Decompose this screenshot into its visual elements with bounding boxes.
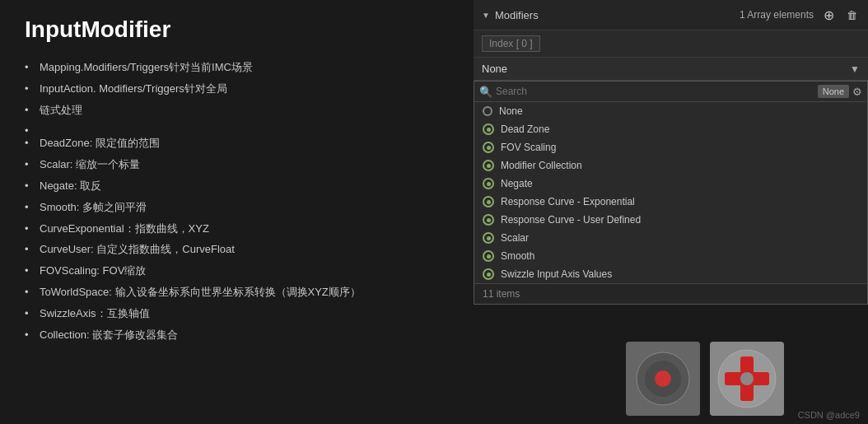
dropdown-item[interactable]: None	[474, 102, 867, 120]
dropdown-item-label: Negate	[501, 178, 533, 189]
dropdown-item-label: Smooth	[501, 250, 534, 262]
dropdown-item-label: None	[499, 105, 523, 117]
dropdown-item[interactable]: Swizzle Input Axis Values	[474, 265, 867, 283]
item-dot-icon	[483, 232, 494, 244]
modifiers-label: Modifiers	[495, 9, 539, 21]
svg-point-3	[655, 370, 671, 387]
dropdown-item-label: Swizzle Input Axis Values	[501, 268, 612, 280]
list-item: Mapping.Modifiers/Triggers针对当前IMC场景	[25, 59, 445, 77]
bottom-images	[626, 342, 784, 416]
item-dot-icon	[483, 123, 494, 135]
items-count-label: 11 items	[474, 283, 867, 304]
analog-stick-right	[710, 342, 784, 416]
spacer	[25, 123, 445, 131]
list-item: Smooth: 多帧之间平滑	[25, 199, 445, 217]
dropdown-item-label: Dead Zone	[501, 123, 549, 135]
item-dot-icon	[483, 268, 494, 280]
list-item: 链式处理	[25, 102, 445, 119]
index-label: Index [ 0 ]	[482, 35, 540, 52]
dropdown-items: NoneDead ZoneFOV ScalingModifier Collect…	[474, 102, 867, 283]
dropdown-panel: 🔍 None ⚙ NoneDead ZoneFOV ScalingModifie…	[474, 81, 868, 305]
item-dot-icon	[483, 160, 494, 171]
dropdown-item-label: Modifier Collection	[501, 160, 582, 171]
analog-stick-left	[626, 342, 700, 416]
list-item: InputAction. Modifiers/Triggers针对全局	[25, 81, 445, 98]
search-icon: 🔍	[479, 86, 492, 98]
dropdown-item-label: Response Curve - User Defined	[501, 214, 641, 226]
bullet-list: Mapping.Modifiers/Triggers针对当前IMC场景Input…	[25, 59, 445, 343]
item-dot-icon	[483, 196, 494, 207]
list-item: CurveUser: 自定义指数曲线，CurveFloat	[25, 241, 445, 259]
list-item: ToWorldSpace: 输入设备坐标系向世界坐标系转换（调换XYZ顺序）	[25, 284, 445, 301]
item-dot-icon	[483, 178, 494, 189]
search-input[interactable]	[496, 86, 814, 97]
list-item: Scalar: 缩放一个标量	[25, 156, 445, 174]
search-row: 🔍 None ⚙	[474, 82, 867, 102]
modifiers-title-group: ▼ Modifiers	[482, 9, 539, 21]
dropdown-item[interactable]: FOV Scaling	[474, 138, 867, 156]
attribution: CSDN @adce9	[798, 410, 860, 420]
page-title: InputModifier	[25, 16, 445, 43]
dropdown-selected-text: None	[482, 63, 507, 75]
dropdown-item-label: FOV Scaling	[501, 142, 556, 153]
list-item: Collection: 嵌套子修改器集合	[25, 327, 445, 344]
item-circle-icon	[483, 106, 492, 116]
settings-gear-button[interactable]: ⚙	[852, 86, 862, 98]
dropdown-item[interactable]: Dead Zone	[474, 120, 867, 138]
list-item: FOVScaling: FOV缩放	[25, 263, 445, 280]
delete-element-button[interactable]: 🗑	[843, 7, 860, 23]
dropdown-item[interactable]: Response Curve - User Defined	[474, 211, 867, 229]
modifier-select[interactable]: None ▼	[474, 58, 868, 81]
index-row: Index [ 0 ]	[474, 30, 868, 58]
dropdown-item-label: Response Curve - Exponential	[501, 196, 635, 207]
dropdown-item[interactable]: Scalar	[474, 229, 867, 247]
list-item: SwizzleAxis：互换轴值	[25, 305, 445, 323]
dropdown-item-label: Scalar	[501, 232, 529, 244]
dropdown-arrow-icon: ▼	[850, 63, 860, 75]
dropdown-item[interactable]: Smooth	[474, 247, 867, 265]
dropdown-item[interactable]: Negate	[474, 175, 867, 193]
modifiers-right-group: 1 Array elements ⊕ 🗑	[740, 7, 860, 23]
item-dot-icon	[483, 250, 494, 262]
svg-point-8	[740, 372, 754, 385]
array-elements-label: 1 Array elements	[740, 9, 814, 21]
list-item: DeadZone: 限定值的范围	[25, 135, 445, 152]
item-dot-icon	[483, 214, 494, 226]
chevron-down-icon: ▼	[482, 11, 490, 20]
dropdown-item[interactable]: Modifier Collection	[474, 156, 867, 175]
modifiers-header: ▼ Modifiers 1 Array elements ⊕ 🗑	[474, 0, 868, 30]
add-element-button[interactable]: ⊕	[820, 7, 837, 23]
dropdown-item[interactable]: Response Curve - Exponential	[474, 193, 867, 211]
dropdown-container: None ▼ 🔍 None ⚙ NoneDead ZoneFOV Scaling…	[474, 58, 868, 305]
item-dot-icon	[483, 142, 494, 153]
list-item: CurveExponential：指数曲线，XYZ	[25, 221, 445, 238]
left-panel: InputModifier Mapping.Modifiers/Triggers…	[0, 0, 469, 424]
search-none-badge: None	[818, 85, 849, 98]
list-item: Negate: 取反	[25, 178, 445, 195]
